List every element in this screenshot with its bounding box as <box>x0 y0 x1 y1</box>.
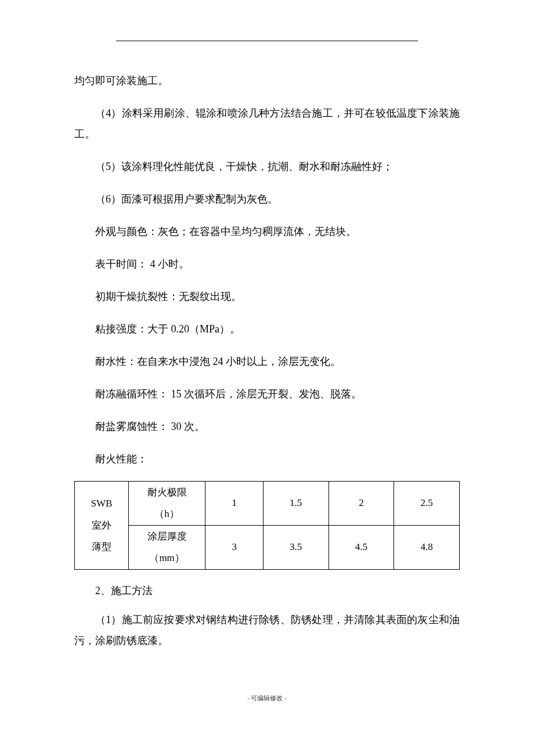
cell-text: 室外 <box>75 515 128 536</box>
paragraph: 粘接强度：大于 0.20（MPa）。 <box>74 319 460 339</box>
table-cell: 2.5 <box>394 482 460 526</box>
cell-text: （h） <box>129 503 205 525</box>
table-row: SWB 室外 薄型 耐火极限 （h） 1 1.5 2 2.5 <box>75 482 460 526</box>
table-cell: 4.5 <box>329 525 394 569</box>
paragraph: （6）面漆可根据用户要求配制为灰色。 <box>74 189 460 209</box>
table-cell: 3 <box>205 525 263 569</box>
paragraph: 耐盐雾腐蚀性： 30 次。 <box>74 416 460 437</box>
paragraph: 耐火性能： <box>74 448 460 469</box>
section-heading: 2、施工方法 <box>74 584 460 598</box>
header-rule <box>116 41 418 41</box>
cell-text: （mm） <box>129 547 205 569</box>
table-cell: 2 <box>329 482 394 526</box>
table-cell-param: 耐火极限 （h） <box>128 482 205 526</box>
fire-performance-table: SWB 室外 薄型 耐火极限 （h） 1 1.5 2 2.5 涂层厚度 （mm） <box>74 481 460 570</box>
table-cell: 1.5 <box>263 482 329 526</box>
cell-text: 涂层厚度 <box>129 526 205 547</box>
table-cell: 1 <box>205 482 263 526</box>
paragraph: （4）涂料采用刷涂、辊涂和喷涂几种方法结合施工，并可在较低温度下涂装施工。 <box>74 103 460 144</box>
table-rowheader: SWB 室外 薄型 <box>75 482 129 570</box>
table-row: 涂层厚度 （mm） 3 3.5 4.5 4.8 <box>75 525 460 569</box>
cell-text: 薄型 <box>75 536 128 558</box>
table-cell: 3.5 <box>263 525 329 569</box>
paragraph: 耐水性：在自来水中浸泡 24 小时以上，涂层无变化。 <box>74 351 460 372</box>
paragraph: 外观与颜色：灰色；在容器中呈均匀稠厚流体，无结块。 <box>74 221 460 242</box>
paragraph: 初期干燥抗裂性：无裂纹出现。 <box>74 286 460 307</box>
table-cell: 4.8 <box>394 525 460 569</box>
cell-text: SWB <box>75 493 128 514</box>
table-cell-param: 涂层厚度 （mm） <box>128 525 205 569</box>
paragraph: （5）该涂料理化性能优良，干燥快，抗潮、耐水和耐冻融性好； <box>74 156 460 177</box>
paragraph: （1）施工前应按要求对钢结构进行除锈、防锈处理，并清除其表面的灰尘和油污，涂刷防… <box>74 609 460 651</box>
paragraph: 均匀即可涂装施工。 <box>74 70 460 91</box>
page-footer: - 可编辑修改 - <box>0 694 534 703</box>
paragraph: 表干时间： 4 小时。 <box>74 254 460 274</box>
cell-text: 耐火极限 <box>129 482 205 503</box>
paragraph: 耐冻融循环性： 15 次循环后，涂层无开裂、发泡、脱落。 <box>74 384 460 404</box>
page-content: 均匀即可涂装施工。 （4）涂料采用刷涂、辊涂和喷涂几种方法结合施工，并可在较低温… <box>0 0 534 651</box>
